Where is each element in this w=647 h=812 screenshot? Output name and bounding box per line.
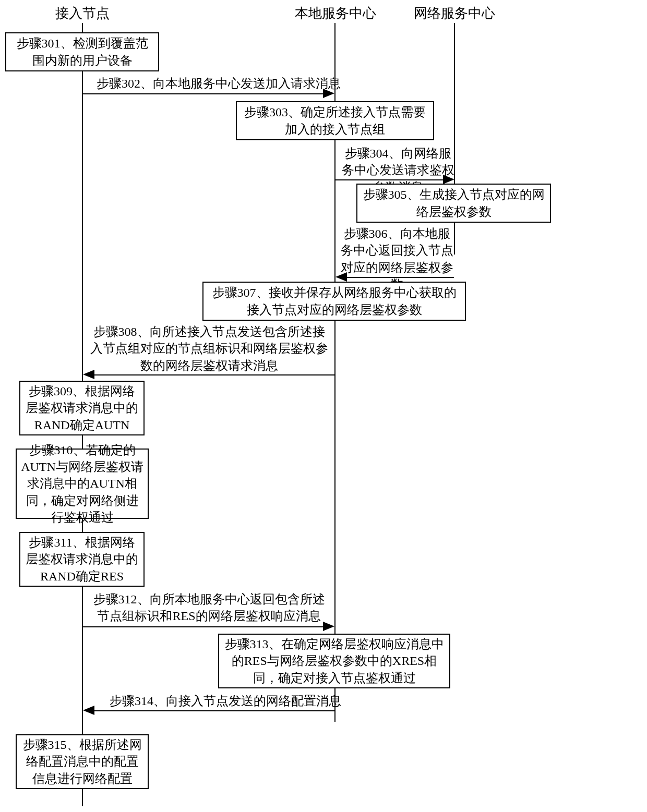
step-306-arrow-shaft — [347, 277, 454, 278]
step-302-arrow-shaft — [83, 93, 323, 94]
step-305-box: 步骤305、生成接入节点对应的网络层鉴权参数 — [356, 184, 551, 223]
step-312-arrow-head — [323, 622, 334, 631]
step-309-text: 步骤309、根据网络层鉴权请求消息中的RAND确定AUTN — [25, 383, 139, 433]
step-307-box: 步骤307、接收并保存从网络服务中心获取的接入节点对应的网络层鉴权参数 — [202, 282, 466, 321]
participant-access-node: 接入节点 — [55, 4, 110, 22]
participant-network-service: 网络服务中心 — [414, 4, 495, 22]
step-306-arrow-head — [336, 272, 347, 282]
step-313-text: 步骤313、在确定网络层鉴权响应消息中的RES与网络层鉴权参数中的XRES相同，… — [223, 636, 445, 686]
step-314-arrow-head — [83, 706, 94, 715]
step-304-arrow-shaft — [336, 179, 443, 180]
step-310-box: 步骤310、若确定的AUTN与网络层鉴权请求消息中的AUTN相同，确定对网络侧进… — [16, 449, 149, 519]
step-302-label: 步骤302、向本地服务中心发送加入请求消息 — [97, 75, 326, 92]
step-314-label: 步骤314、向接入节点发送的网络配置消息 — [110, 693, 318, 709]
sequence-diagram: 接入节点 本地服务中心 网络服务中心 步骤301、检测到覆盖范围内新的用户设备 … — [0, 0, 647, 812]
step-314-arrow-shaft — [94, 710, 334, 711]
participant-local-service: 本地服务中心 — [295, 4, 376, 22]
step-308-arrow-head — [83, 370, 94, 379]
step-301-box: 步骤301、检测到覆盖范围内新的用户设备 — [5, 32, 159, 71]
step-312-arrow-shaft — [83, 626, 323, 627]
step-310-text: 步骤310、若确定的AUTN与网络层鉴权请求消息中的AUTN相同，确定对网络侧进… — [21, 442, 143, 526]
step-308-arrow-shaft — [94, 374, 334, 375]
step-315-text: 步骤315、根据所述网络配置消息中的配置信息进行网络配置 — [21, 736, 143, 787]
step-305-text: 步骤305、生成接入节点对应的网络层鉴权参数 — [362, 186, 546, 220]
step-313-box: 步骤313、在确定网络层鉴权响应消息中的RES与网络层鉴权参数中的XRES相同，… — [218, 634, 450, 688]
step-311-text: 步骤311、根据网络层鉴权请求消息中的RAND确定RES — [25, 534, 139, 585]
step-301-text: 步骤301、检测到覆盖范围内新的用户设备 — [10, 35, 154, 69]
step-303-text: 步骤303、确定所述接入节点需要加入的接入节点组 — [241, 104, 429, 138]
step-303-box: 步骤303、确定所述接入节点需要加入的接入节点组 — [236, 101, 434, 140]
step-302-arrow-head — [323, 89, 334, 98]
step-309-box: 步骤309、根据网络层鉴权请求消息中的RAND确定AUTN — [19, 381, 145, 435]
step-312-label: 步骤312、向所本地服务中心返回包含所述节点组标识和RES的网络层鉴权响应消息 — [88, 591, 330, 625]
step-311-box: 步骤311、根据网络层鉴权请求消息中的RAND确定RES — [19, 532, 145, 587]
step-304-arrow-head — [443, 175, 454, 184]
step-315-box: 步骤315、根据所述网络配置消息中的配置信息进行网络配置 — [16, 734, 149, 789]
step-308-label: 步骤308、向所述接入节点发送包含所述接入节点组对应的节点组标识和网络层鉴权参数… — [88, 323, 330, 374]
step-307-text: 步骤307、接收并保存从网络服务中心获取的接入节点对应的网络层鉴权参数 — [208, 284, 461, 318]
